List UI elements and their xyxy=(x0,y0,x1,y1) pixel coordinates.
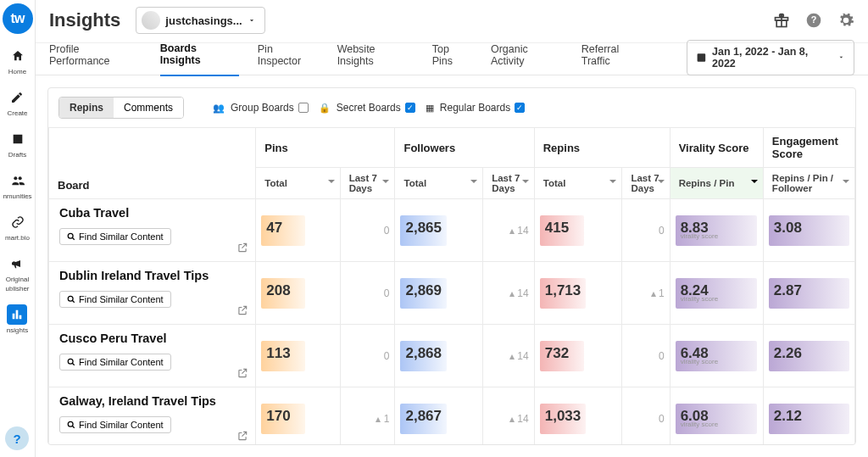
tab-top-pins[interactable]: Top Pins xyxy=(432,43,472,75)
toggle-repins[interactable]: Repins xyxy=(59,98,114,118)
home-icon xyxy=(8,46,28,66)
col-board[interactable]: Board xyxy=(58,179,90,192)
col-repins-total[interactable]: Total xyxy=(534,168,622,199)
find-similar-button[interactable]: Find Similar Content xyxy=(59,354,171,371)
checkbox[interactable] xyxy=(405,103,415,113)
nav-home[interactable]: Home xyxy=(8,46,28,75)
account-name: justchasings... xyxy=(165,14,242,27)
find-similar-button[interactable]: Find Similar Content xyxy=(59,416,171,433)
board-name: Galway, Ireland Travel Tips xyxy=(59,394,245,408)
colgroup-pins: Pins xyxy=(256,128,395,168)
account-switcher[interactable]: justchasings... xyxy=(136,7,264,34)
avatar xyxy=(142,11,160,30)
tab-organic-activity[interactable]: Organic Activity xyxy=(491,43,563,75)
tab-website-insights[interactable]: Website Insights xyxy=(337,43,414,75)
svg-point-1 xyxy=(18,176,21,180)
nav-publisher[interactable]: Original ublisher xyxy=(5,254,29,293)
metric-toggle: Repins Comments xyxy=(58,97,184,119)
open-external-icon[interactable] xyxy=(236,430,248,444)
group-icon: 👥 xyxy=(213,103,225,114)
boards-table: Board Pins Followers Repins Virality Sco… xyxy=(48,127,855,444)
megaphone-icon xyxy=(7,254,27,274)
search-icon xyxy=(67,232,75,241)
search-icon xyxy=(67,358,75,366)
tab-profile-performance[interactable]: Profile Performance xyxy=(49,43,142,75)
colgroup-followers: Followers xyxy=(395,128,534,168)
gear-icon[interactable] xyxy=(837,12,854,29)
board-name: Dublin Ireland Travel Tips xyxy=(59,269,245,282)
chevron-down-icon xyxy=(837,53,845,61)
chart-icon xyxy=(7,304,27,325)
help-button[interactable]: ? xyxy=(5,426,29,450)
open-external-icon[interactable] xyxy=(236,367,248,382)
app-logo: tw xyxy=(3,3,33,34)
board-name: Cuba Travel xyxy=(59,206,245,220)
open-external-icon[interactable] xyxy=(236,242,248,256)
nav-smartbio[interactable]: mart.bio xyxy=(5,212,30,242)
table-row: Cusco Peru Travel Find Similar Content 1… xyxy=(49,325,855,387)
tab-pin-inspector[interactable]: Pin Inspector xyxy=(258,43,319,75)
page-title: Insights xyxy=(49,9,120,31)
search-icon xyxy=(67,421,75,429)
svg-point-6 xyxy=(68,233,73,238)
svg-point-7 xyxy=(68,296,73,301)
filter-secret-boards[interactable]: 🔒 Secret Boards xyxy=(319,102,415,114)
nav-insights[interactable]: nsights xyxy=(7,304,28,334)
col-repins-7[interactable]: Last 7 Days xyxy=(622,168,670,199)
nav-drafts[interactable]: Drafts xyxy=(8,129,28,159)
svg-point-0 xyxy=(14,176,17,180)
filter-regular-boards[interactable]: ▦ Regular Boards xyxy=(426,102,525,114)
col-pins-7[interactable]: Last 7 Days xyxy=(340,168,395,199)
topbar: Insights justchasings... ? xyxy=(36,0,868,43)
nav-create[interactable]: Create xyxy=(7,87,27,117)
svg-point-9 xyxy=(68,421,73,426)
col-engagement[interactable]: Repins / Pin / Follower xyxy=(763,168,854,199)
board-icon: ▦ xyxy=(426,103,434,114)
tab-boards-insights[interactable]: Boards Insights xyxy=(160,42,239,76)
col-followers-7[interactable]: Last 7 Days xyxy=(483,168,535,199)
people-icon xyxy=(8,170,28,191)
toggle-comments[interactable]: Comments xyxy=(114,98,183,118)
chevron-down-icon xyxy=(248,16,256,25)
nav-communities[interactable]: nmunities xyxy=(3,170,31,200)
svg-text:?: ? xyxy=(811,14,817,25)
open-external-icon[interactable] xyxy=(236,304,248,319)
calendar-icon xyxy=(696,52,707,63)
tab-referral-traffic[interactable]: Referral Traffic xyxy=(581,43,649,75)
table-row: Cuba Travel Find Similar Content 4702,86… xyxy=(49,199,855,262)
filter-group-boards[interactable]: 👥 Group Boards xyxy=(213,102,309,114)
colgroup-engagement: Engagement Score xyxy=(763,128,854,168)
svg-point-8 xyxy=(68,359,73,364)
help-icon[interactable]: ? xyxy=(805,12,822,29)
colgroup-virality: Virality Score xyxy=(670,128,763,168)
col-followers-total[interactable]: Total xyxy=(395,168,483,199)
table-row: Dublin Ireland Travel Tips Find Similar … xyxy=(49,262,855,325)
image-icon xyxy=(8,129,28,149)
checkbox[interactable] xyxy=(298,103,309,113)
link-icon xyxy=(8,212,28,232)
col-pins-total[interactable]: Total xyxy=(256,168,340,199)
board-name: Cusco Peru Travel xyxy=(59,332,245,345)
table-row: Galway, Ireland Travel Tips Find Similar… xyxy=(49,387,855,445)
find-similar-button[interactable]: Find Similar Content xyxy=(59,291,171,308)
gift-icon[interactable] xyxy=(773,12,790,29)
search-icon xyxy=(67,295,75,304)
colgroup-repins: Repins xyxy=(534,128,670,168)
col-virality[interactable]: Repins / Pin xyxy=(670,168,763,199)
find-similar-button[interactable]: Find Similar Content xyxy=(59,228,171,245)
tab-row: Profile Performance Boards Insights Pin … xyxy=(36,43,868,75)
pencil-icon xyxy=(7,87,27,108)
filter-bar: Repins Comments 👥 Group Boards 🔒 Secret … xyxy=(48,88,855,127)
lock-icon: 🔒 xyxy=(319,103,331,114)
date-range-picker[interactable]: Jan 1, 2022 - Jan 8, 2022 xyxy=(687,40,854,75)
left-rail: tw Home Create Drafts nmunities xyxy=(0,0,36,457)
checkbox[interactable] xyxy=(515,103,525,113)
